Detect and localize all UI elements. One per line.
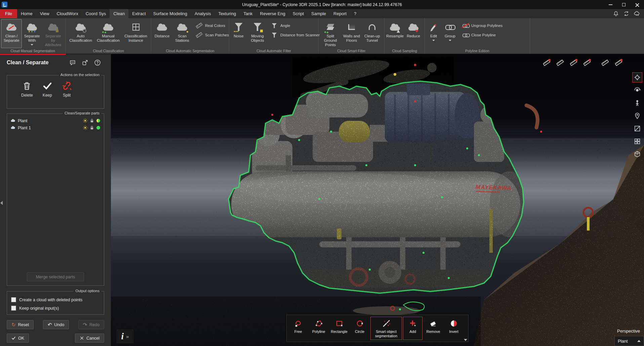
menu-tank[interactable]: Tank <box>240 9 256 18</box>
menu-texturing[interactable]: Texturing <box>214 9 240 18</box>
measure-point-button[interactable] <box>541 58 552 68</box>
ruler-icon <box>556 59 564 67</box>
nav-views-button[interactable] <box>632 136 642 146</box>
menu-surface-modeling[interactable]: Surface Modeling <box>150 9 191 18</box>
lock-icon[interactable] <box>89 118 94 123</box>
real-colors-button[interactable]: Real Colors <box>195 23 229 29</box>
info-button[interactable]: i » <box>116 329 134 343</box>
distance-button[interactable]: Distance <box>152 19 172 48</box>
merge-selected-parts-button[interactable]: Merge selected parts <box>27 272 84 281</box>
cancel-button[interactable]: Cancel <box>75 334 104 343</box>
separate-with-button[interactable]: Separate With <box>22 19 42 48</box>
reduce-button[interactable]: Reduce <box>404 19 422 48</box>
keep-button[interactable]: Keep <box>42 81 52 98</box>
cloud-status-icon[interactable] <box>634 10 640 17</box>
menu-view[interactable]: View <box>36 9 53 18</box>
manual-classification-button[interactable]: Manual Classification <box>94 19 122 48</box>
separate-by-attributes-button[interactable]: Separate by Attributes <box>42 19 64 48</box>
part-color-indicator[interactable] <box>96 118 100 123</box>
angle-button[interactable]: Angle <box>271 23 320 29</box>
projection-mode-label[interactable]: Perspective <box>617 328 640 334</box>
edit-polyline-button[interactable]: Edit <box>426 19 441 48</box>
measure-clear-button[interactable] <box>581 58 592 68</box>
checkbox-unchecked[interactable] <box>11 306 16 311</box>
close-polyline-button[interactable]: Close Polyline <box>461 32 502 38</box>
scan-patches-button[interactable]: Scan Patches <box>195 32 229 38</box>
menu-analysis[interactable]: Analysis <box>191 9 214 18</box>
noise-button[interactable]: Noise <box>230 19 247 48</box>
split-ground-points-button[interactable]: Split Ground Points <box>320 19 341 48</box>
menu-script[interactable]: Script <box>289 9 308 18</box>
measure-angle-button[interactable] <box>613 58 624 68</box>
export-button[interactable] <box>82 59 90 67</box>
nav-pan-button[interactable] <box>632 72 642 82</box>
free-selection-button[interactable]: Free <box>288 317 308 340</box>
polyline-selection-button[interactable]: Polyline <box>309 317 328 340</box>
add-to-selection-button[interactable]: Add <box>403 317 422 340</box>
viewport-3d[interactable]: MAYEKAWA <box>111 54 644 346</box>
walls-and-floors-button[interactable]: Walls and Floors <box>341 19 362 48</box>
app-icon[interactable] <box>2 2 7 7</box>
measure-annotate-button[interactable] <box>568 58 579 68</box>
nav-orbit-button[interactable] <box>632 85 642 95</box>
rectangle-selection-button[interactable]: Rectangle <box>329 317 349 340</box>
auto-classification-button[interactable]: Auto Classification <box>67 19 94 48</box>
nav-locate-button[interactable] <box>632 111 642 121</box>
delete-button[interactable]: Delete <box>21 81 33 98</box>
minimize-button[interactable] <box>604 0 617 9</box>
menu-coord-sys[interactable]: Coord Sys <box>82 9 110 18</box>
menu-reverse-eng[interactable]: Reverse Eng <box>256 9 289 18</box>
menu-extract[interactable]: Extract <box>128 9 149 18</box>
distance-from-scanner-button[interactable]: Distance from Scanner <box>271 32 320 38</box>
notification-bell-icon[interactable] <box>613 10 619 17</box>
menu-sample[interactable]: Sample <box>308 9 330 18</box>
split-button[interactable]: Split <box>62 81 72 98</box>
part-row-plant[interactable]: Plant <box>8 117 103 124</box>
maximize-button[interactable] <box>617 0 631 9</box>
lock-icon[interactable] <box>89 125 94 130</box>
group-polyline-button[interactable]: Group <box>441 19 459 48</box>
help-button[interactable] <box>94 59 102 67</box>
toolbar-expand-chevron-icon[interactable] <box>464 339 467 341</box>
ok-button[interactable]: OK <box>7 334 29 343</box>
classification-instance-button[interactable]: Classification Instance <box>122 19 150 48</box>
menu-report[interactable]: Report <box>330 9 350 18</box>
keep-original-inputs-checkbox-row[interactable]: Keep original input(s) <box>8 304 103 312</box>
checkbox-unchecked[interactable] <box>11 297 16 302</box>
menu-cloudworx[interactable]: CloudWorx <box>53 9 82 18</box>
part-row-plant-1[interactable]: Plant 1 <box>8 124 103 131</box>
redo-button[interactable]: Redo <box>78 320 104 329</box>
menu-help[interactable]: ? <box>350 9 360 18</box>
active-object-dropdown[interactable]: Plant <box>614 336 644 346</box>
circle-selection-button[interactable]: Circle <box>350 317 369 340</box>
nav-section-button[interactable] <box>632 124 642 134</box>
smart-object-segmentation-button[interactable]: Smart object segmentation <box>370 317 402 340</box>
reset-button[interactable]: Reset <box>7 320 34 329</box>
measure-distance-button[interactable] <box>554 58 565 68</box>
moving-objects-button[interactable]: Moving Objects <box>247 19 268 48</box>
expand-more-icon[interactable]: » <box>126 334 129 339</box>
resample-button[interactable]: Resample <box>386 19 404 48</box>
measure-surface-button[interactable] <box>599 58 610 68</box>
clean-up-tunnel-button[interactable]: Clean-up Tunnel <box>362 19 382 48</box>
nav-walkthrough-button[interactable] <box>632 98 642 108</box>
nav-iso-button[interactable] <box>632 149 642 159</box>
remove-from-selection-button[interactable]: Remove <box>424 317 443 340</box>
comments-button[interactable] <box>69 59 77 67</box>
invert-selection-button[interactable]: Invert <box>444 317 464 340</box>
close-button[interactable] <box>631 0 644 9</box>
scan-stations-button[interactable]: Scan Stations <box>172 19 193 48</box>
menu-clean[interactable]: Clean <box>110 9 128 18</box>
part-color-indicator[interactable] <box>96 126 100 130</box>
menu-home[interactable]: Home <box>17 9 36 18</box>
visibility-sun-icon[interactable] <box>83 125 88 130</box>
visibility-sun-icon[interactable] <box>83 118 88 123</box>
point-cloud-scene[interactable]: MAYEKAWA <box>111 54 644 346</box>
undo-button[interactable]: Undo <box>43 320 69 329</box>
clean-separate-button[interactable]: Clean / Separate <box>1 19 22 48</box>
create-cloud-deleted-points-checkbox-row[interactable]: Create a cloud with deleted points <box>8 296 103 304</box>
panel-collapse-handle[interactable] <box>0 199 4 207</box>
menu-file[interactable]: File <box>0 9 17 18</box>
ungroup-polylines-button[interactable]: Ungroup Polylines <box>461 23 502 29</box>
sync-icon[interactable] <box>623 10 630 17</box>
